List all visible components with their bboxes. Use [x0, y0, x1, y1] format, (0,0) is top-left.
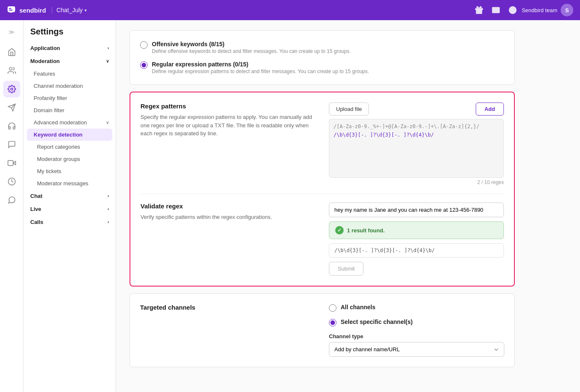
targeted-channels-section: Targeted channels All channels Select sp… — [140, 304, 504, 357]
nav-moderator-messages[interactable]: Moderator messages — [24, 177, 116, 189]
collapse-sidebar-button[interactable]: ≫ — [3, 24, 20, 40]
svg-rect-11 — [8, 160, 13, 166]
all-channels-radio[interactable] — [329, 304, 336, 312]
regex-patterns-title: Regex patterns — [140, 103, 315, 110]
user-name: Sendbird team — [522, 7, 557, 13]
nav-live[interactable]: Live › — [24, 203, 116, 216]
regex-line-2: /\b\d{3}[-. ]?\d{3}[-. ]?\d{4}\b/ — [334, 132, 499, 138]
nav-chat[interactable]: Chat › — [24, 189, 116, 203]
logo: sendbird — [7, 5, 46, 15]
svg-point-6 — [9, 68, 12, 71]
regex-patterns-radio[interactable] — [140, 61, 148, 69]
offensive-keywords-label: Offensive keywords (8/15) — [152, 41, 351, 47]
gift-icon[interactable] — [474, 5, 484, 15]
result-found-banner: ✓ 1 result found. — [329, 221, 504, 239]
validate-regex-section: Validate regex Verify specific patterns … — [140, 203, 504, 276]
app-name: Chat_July — [56, 7, 82, 13]
submit-button[interactable]: Submit — [329, 262, 363, 276]
nav-profanity-filter[interactable]: Profanity filter — [24, 92, 116, 104]
validate-regex-title: Validate regex — [140, 203, 315, 210]
regex-patterns-card: Regex patterns Specify the regular expre… — [130, 92, 515, 287]
specific-channels-label: Select specific channel(s) — [341, 318, 413, 325]
svg-point-7 — [11, 88, 13, 90]
result-text: 1 result found. — [347, 227, 385, 234]
nav-advanced-moderation[interactable]: Advanced moderation ∨ — [24, 116, 116, 129]
nav-moderation[interactable]: Moderation ∨ — [24, 55, 116, 68]
svg-rect-0 — [8, 6, 15, 12]
mail-icon[interactable] — [491, 5, 501, 15]
chevron-right-icon: › — [108, 220, 109, 224]
user-menu[interactable]: Sendbird team S — [522, 4, 573, 16]
regex-line-1: /[A-Za-z0-9._%+-]+@[A-Za-z0-9.-]+\.[A-Za… — [334, 124, 499, 129]
sidebar-icon-video[interactable] — [3, 155, 20, 171]
regex-patterns-desc: Specify the regular expression patterns … — [140, 113, 315, 138]
sidebar-icon-analytics[interactable] — [3, 173, 20, 190]
channel-type-label: Channel type — [329, 333, 504, 339]
sendbird-logo-icon — [7, 5, 16, 15]
sidebar-icon-users[interactable] — [3, 62, 20, 79]
add-regex-button[interactable]: Add — [476, 103, 504, 116]
sidebar-icon-settings[interactable] — [3, 81, 20, 97]
svg-marker-10 — [13, 161, 16, 165]
regex-patterns-section: Regex patterns Specify the regular expre… — [140, 103, 504, 185]
settings-title: Settings — [24, 27, 116, 42]
chevron-down-icon: ▾ — [85, 8, 87, 13]
chevron-right-icon: › — [108, 46, 109, 50]
icon-sidebar: ≫ — [0, 20, 24, 392]
nav-features[interactable]: Features — [24, 68, 116, 80]
regex-patterns-desc: Define regular expression patterns to de… — [152, 68, 369, 74]
chevron-down-icon: ∨ — [106, 59, 109, 63]
settings-sidebar: Settings Application › Moderation ∨ Feat… — [24, 20, 116, 392]
nav-moderator-groups[interactable]: Moderator groups — [24, 153, 116, 165]
help-icon[interactable] — [508, 5, 517, 15]
avatar: S — [561, 4, 573, 16]
sidebar-icon-send[interactable] — [3, 99, 20, 116]
svg-rect-1 — [9, 8, 11, 9]
all-channels-label: All channels — [341, 304, 375, 310]
nav-calls[interactable]: Calls › — [24, 216, 116, 229]
chevron-down-icon: ∨ — [106, 120, 109, 125]
regex-patterns-option[interactable]: Regular expression patterns (0/15) Defin… — [140, 61, 504, 74]
sidebar-icon-message[interactable] — [3, 136, 20, 153]
offensive-keywords-radio[interactable] — [140, 41, 148, 49]
nav-application[interactable]: Application › — [24, 42, 116, 55]
check-circle-icon: ✓ — [335, 226, 344, 234]
topnav-icons — [474, 5, 517, 15]
all-channels-option[interactable]: All channels — [329, 304, 504, 312]
channel-type-select[interactable]: Add by channel name/URL — [329, 342, 504, 357]
chevron-right-icon: › — [108, 207, 109, 211]
offensive-keywords-option[interactable]: Offensive keywords (8/15) Define offensi… — [140, 41, 504, 54]
sidebar-icon-headset[interactable] — [3, 118, 20, 134]
regex-textarea[interactable]: /[A-Za-z0-9._%+-]+@[A-Za-z0-9.-]+\.[A-Za… — [329, 119, 504, 178]
sidebar-icon-home[interactable] — [3, 44, 20, 61]
logo-text: sendbird — [19, 7, 46, 14]
regex-match-display: /\b\d{3}[-. ]?\d{3}[-. ]?\d{4}\b/ — [329, 243, 504, 258]
topnav: sendbird Chat_July ▾ Sendbird team S — [0, 0, 580, 20]
app-selector[interactable]: Chat_July ▾ — [52, 7, 86, 13]
svg-rect-2 — [9, 10, 13, 11]
chevron-right-icon: › — [108, 194, 109, 198]
nav-channel-moderation[interactable]: Channel moderation — [24, 80, 116, 92]
radio-options-card: Offensive keywords (8/15) Define offensi… — [130, 30, 515, 85]
targeted-channels-card: Targeted channels All channels Select sp… — [130, 293, 515, 367]
content-area: Offensive keywords (8/15) Define offensi… — [116, 20, 580, 392]
upload-file-button[interactable]: Upload file — [329, 103, 369, 116]
nav-report-categories[interactable]: Report categories — [24, 141, 116, 153]
nav-domain-filter[interactable]: Domain filter — [24, 104, 116, 116]
regex-patterns-label: Regular expression patterns (0/15) — [152, 61, 369, 68]
regex-count: 2 / 10 regex — [329, 179, 504, 185]
specific-channels-option[interactable]: Select specific channel(s) — [329, 318, 504, 326]
validate-input[interactable] — [329, 203, 504, 217]
sidebar-icon-support[interactable] — [3, 192, 20, 208]
nav-my-tickets[interactable]: My tickets — [24, 165, 116, 177]
offensive-keywords-desc: Define offensive keywords to detect and … — [152, 48, 351, 54]
nav-keyword-detection[interactable]: Keyword detection — [27, 129, 112, 141]
validate-regex-desc: Verify specific patterns within the rege… — [140, 213, 315, 221]
targeted-channels-title: Targeted channels — [140, 304, 315, 311]
specific-channels-radio[interactable] — [329, 319, 336, 326]
